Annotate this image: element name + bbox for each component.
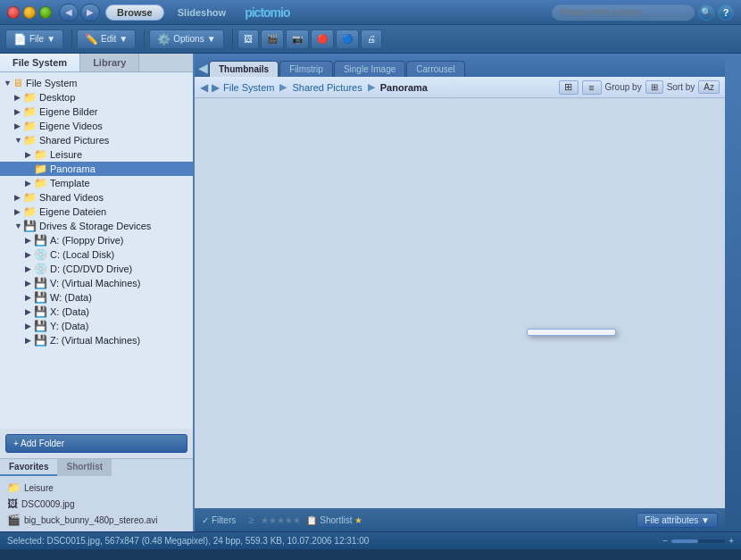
tree-item-filesystem[interactable]: ▼ 🖥 File System — [0, 76, 193, 90]
tree-arrow: ▶ — [25, 236, 34, 245]
breadcrumb-shared[interactable]: Shared Pictures — [292, 82, 362, 93]
toolbar-icon-6[interactable]: 🖨 — [361, 29, 382, 49]
view-tab-thumbnails[interactable]: Thumbnails — [209, 61, 279, 77]
fav-label: Leisure — [24, 483, 54, 493]
toolbar-icon-5[interactable]: 🔵 — [336, 29, 359, 49]
view-tab-carrousel[interactable]: Carrousel — [406, 61, 464, 77]
toolbar-icon-4[interactable]: 🔴 — [311, 29, 334, 49]
breadcrumb-fwd[interactable]: ▶ — [212, 81, 220, 94]
filters-checkbox[interactable]: ✓ Filters — [202, 515, 236, 525]
folder-icon: 💾 — [34, 291, 47, 304]
tree-item-shared-pictures[interactable]: ▼ 📁 Shared Pictures — [0, 133, 193, 147]
sort-by-button[interactable]: Az — [698, 80, 720, 94]
tree-item-drive-d[interactable]: ▶ 💿 D: (CD/DVD Drive) — [0, 262, 193, 276]
tree-label: V: (Virtual Machines) — [50, 278, 140, 288]
bc-sep-1: ▶ — [279, 81, 287, 93]
tree-item-eigene-bilder[interactable]: ▶ 📁 Eigene Bilder — [0, 104, 193, 119]
fav-icon: 🖼 — [7, 497, 18, 510]
forward-button[interactable]: ▶ — [80, 4, 100, 21]
minimize-button[interactable] — [23, 6, 36, 19]
view-tabs: ◀ ThumbnailsFilmstripSingle ImageCarrous… — [195, 54, 725, 77]
main-layout: File System Library ▼ 🖥 File System ▶ 📁 … — [0, 54, 741, 531]
file-menu-button[interactable]: 📄File▼ — [5, 29, 63, 49]
tree-item-shared-videos[interactable]: ▶ 📁 Shared Videos — [0, 190, 193, 205]
toolbar-icon-3[interactable]: 📷 — [286, 29, 309, 49]
tree-item-eigene-dateien[interactable]: ▶ 📁 Eigene Dateien — [0, 205, 193, 219]
fav-item-video[interactable]: 🎬big_buck_bunny_480p_stereo.avi — [4, 512, 189, 528]
folder-icon: 📁 — [23, 134, 37, 146]
tree-arrow: ▶ — [25, 293, 34, 302]
folder-icon: 💾 — [34, 334, 47, 347]
tree-item-eigene-videos[interactable]: ▶ 📁 Eigene Videos — [0, 119, 193, 133]
browse-tab[interactable]: Browse — [105, 4, 164, 21]
view-tab-single-image[interactable]: Single Image — [334, 61, 405, 77]
help-button[interactable]: ? — [718, 4, 734, 21]
back-button[interactable]: ◀ — [59, 4, 79, 21]
folder-icon: 💾 — [34, 305, 47, 318]
rating-gte-label: ≥ — [248, 514, 254, 525]
options-menu-button[interactable]: ⚙️Options▼ — [149, 29, 223, 49]
breadcrumb-filesystem[interactable]: File System — [223, 82, 274, 93]
tree-arrow: ▶ — [25, 279, 34, 288]
search-input[interactable] — [552, 4, 695, 21]
tree-item-desktop[interactable]: ▶ 📁 Desktop — [0, 90, 193, 104]
file-tree: ▼ 🖥 File System ▶ 📁 Desktop ▶ 📁 Eigene B… — [0, 72, 193, 429]
tree-item-drive-x[interactable]: ▶ 💾 X: (Data) — [0, 305, 193, 319]
tree-label: C: (Local Disk) — [50, 249, 114, 260]
file-attributes-button[interactable]: File attributes ▼ — [637, 513, 718, 528]
tree-arrow: ▶ — [14, 107, 23, 116]
fav-item-leisure[interactable]: 📁Leisure — [4, 480, 189, 496]
shortlist-button[interactable]: 📋Shortlist ★ — [306, 515, 362, 525]
breadcrumb-back[interactable]: ◀ — [200, 81, 208, 94]
left-panel: File System Library ▼ 🖥 File System ▶ 📁 … — [0, 54, 195, 531]
tree-item-template[interactable]: ▶ 📁 Template — [0, 176, 193, 190]
tree-label: Desktop — [39, 92, 75, 103]
slideshow-tab[interactable]: Slideshow — [166, 4, 237, 21]
tree-item-leisure[interactable]: ▶ 📁 Leisure — [0, 147, 193, 162]
tab-filesystem[interactable]: File System — [0, 54, 80, 71]
close-button[interactable] — [7, 6, 20, 19]
zoom-out-button[interactable]: − — [662, 536, 668, 546]
tree-item-drive-a[interactable]: ▶ 💾 A: (Floppy Drive) — [0, 233, 193, 247]
favorites-tab[interactable]: Favorites — [0, 459, 57, 476]
tab-library[interactable]: Library — [80, 54, 139, 71]
group-by-button[interactable]: ⊞ — [645, 80, 663, 94]
view-list-button[interactable]: ≡ — [582, 80, 602, 95]
folder-icon: 💾 — [34, 320, 47, 332]
view-back-icon[interactable]: ◀ — [198, 61, 208, 75]
app-tabs: Browse Slideshow — [105, 4, 237, 21]
edit-menu-button[interactable]: ✏️Edit▼ — [77, 29, 136, 49]
add-folder-button[interactable]: + Add Folder — [5, 434, 187, 453]
toolbar-icon-2[interactable]: 🎬 — [261, 29, 284, 49]
tree-arrow: ▼ — [14, 136, 23, 145]
shortlist-tab[interactable]: Shortlist — [57, 459, 112, 476]
zoom-in-button[interactable]: + — [729, 536, 734, 546]
tree-item-drive-c[interactable]: ▶ 💿 C: (Local Disk) — [0, 247, 193, 262]
tree-arrow: ▶ — [25, 307, 34, 316]
folder-icon: 📁 — [34, 148, 47, 161]
tree-label: D: (CD/DVD Drive) — [50, 263, 132, 274]
tree-item-drive-v[interactable]: ▶ 💾 V: (Virtual Machines) — [0, 276, 193, 290]
tree-label: Shared Pictures — [39, 135, 109, 146]
tree-label: Leisure — [50, 149, 82, 160]
view-toggle-button[interactable]: ⊞ — [559, 80, 579, 95]
tree-item-drives[interactable]: ▼ 💾 Drives & Storage Devices — [0, 219, 193, 233]
tree-item-drive-w[interactable]: ▶ 💾 W: (Data) — [0, 290, 193, 305]
fav-item-dsc0009[interactable]: 🖼DSC0009.jpg — [4, 496, 189, 512]
tree-arrow: ▶ — [14, 207, 23, 216]
view-tab-filmstrip[interactable]: Filmstrip — [279, 61, 333, 77]
search-bar: 🔍 ? — [552, 4, 734, 21]
zoom-control: − + — [662, 536, 734, 546]
tree-arrow: ▶ — [25, 264, 34, 273]
toolbar-icon-1[interactable]: 🖼 — [237, 29, 259, 49]
tree-item-drive-z[interactable]: ▶ 💾 Z: (Virtual Machines) — [0, 333, 193, 347]
star-rating-filter[interactable]: ★★★★★ — [261, 515, 301, 525]
toolbar-sep-1 — [71, 29, 72, 49]
folder-icon: 📁 — [23, 120, 37, 132]
folder-icon: 💾 — [23, 220, 37, 232]
tree-item-panorama[interactable]: 📁 Panorama — [0, 162, 193, 176]
favorites-list: 📁Leisure🖼DSC0009.jpg🎬big_buck_bunny_480p… — [0, 476, 193, 531]
tree-item-drive-y[interactable]: ▶ 💾 Y: (Data) — [0, 319, 193, 333]
search-button[interactable]: 🔍 — [698, 4, 714, 21]
maximize-button[interactable] — [39, 6, 52, 19]
